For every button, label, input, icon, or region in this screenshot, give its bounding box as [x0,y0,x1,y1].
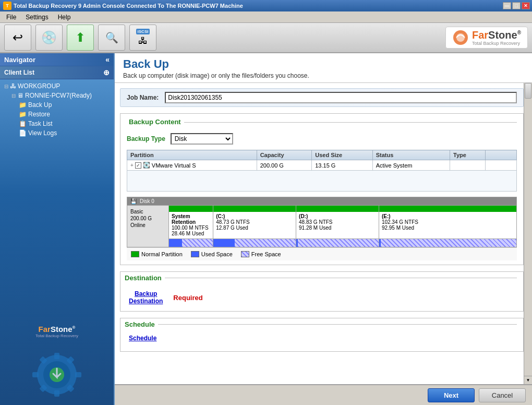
collapse-arrow[interactable]: « [105,55,110,64]
menu-help[interactable]: Help [54,13,75,22]
job-name-label: Job Name: [127,94,159,101]
svg-rect-5 [54,353,59,359]
disk-partitions: Basic 200.00 G Online System Retention 1… [127,205,516,247]
close-button[interactable]: ✕ [522,2,530,9]
navigator-header: Navigator « [0,53,114,66]
partition-size-1: 48.73 G NTFS [216,219,293,225]
destination-inner: BackupDestination Required [120,284,523,311]
add-client-icon[interactable]: ⊕ [103,68,110,77]
page-subtitle: Back up computer (disk image) or only th… [123,72,524,79]
menu-bar: File Settings Help [0,11,532,23]
partition-label-1: (C:) [216,213,293,219]
type-cell [450,160,486,171]
backup-content-title: Backup Content [125,116,181,129]
content-area: Back Up Back up computer (disk image) or… [115,53,532,405]
job-name-input[interactable] [165,92,517,103]
tree-item-viewlogs[interactable]: 📄 View Logs [17,128,112,138]
partition-table: Partition Capacity Used Size Status Type [127,150,517,192]
disk-header: 💾 Disk 0 [127,197,516,205]
svg-rect-6 [54,390,59,397]
job-name-row: Job Name: [120,88,524,107]
partition-used-3: 92.95 M Used [382,225,514,231]
backup-type-label: Backup Type [127,135,165,142]
legend-normal-box [131,251,139,257]
title-text: Total Backup Recovery 9 Admin Console Co… [14,3,243,9]
sidebar: Navigator « Client List ⊕ ⊟ 🖧 WORKGROUP … [0,53,115,405]
disk-info: Basic 200.00 G Online [127,206,169,247]
row-checkbox[interactable] [135,162,141,169]
col-extra [486,150,517,160]
expand-plus-icon[interactable]: + [130,162,134,168]
ronnie-label: RONNIE-PCW7(Ready) [25,92,92,99]
partition-name: VMware Virtual S [152,162,196,169]
scrollbar-thumb[interactable] [525,83,531,99]
tasklist-icon: 📋 [19,120,27,127]
legend-row: Normal Partition Used Space Free Space [127,247,517,260]
tree-item-backup[interactable]: 📁 Back Up [17,100,112,110]
logo-area: FarStone® Total Backup Recovery [445,27,528,49]
menu-settings[interactable]: Settings [21,13,52,22]
sidebar-logo-sub: Total Backup Recovery [35,333,78,338]
status-cell: Active System [372,160,450,171]
tree-item-restore[interactable]: 📁 Restore [17,110,112,119]
restore-toolbar-button[interactable]: ↩ [4,25,31,51]
partition-c: (C:) 48.73 G NTFS 12.87 G Used [213,206,296,247]
partition-size-2: 48.83 G NTFS [299,219,376,225]
partition-system-retention: System Retention 100.00 M NTFS 28.46 M U… [169,206,213,247]
backup-type-select[interactable]: Disk File/Folder [171,133,233,145]
partition-label-0: System Retention [172,213,210,225]
client-list-header: Client List ⊕ [0,66,114,79]
title-bar: T Total Backup Recovery 9 Admin Console … [0,0,532,11]
scroll-down-btn[interactable]: ▼ [524,376,532,384]
schedule-link[interactable]: Schedule [129,335,156,342]
content-scroll[interactable]: Job Name: Backup Content Backup Type Dis… [115,83,532,384]
partition-label-2: (D:) [299,213,376,219]
tree-item-workgroup[interactable]: ⊟ 🖧 WORKGROUP [2,81,112,91]
viewlogs-label: View Logs [28,129,57,137]
client-list-label: Client List [4,69,34,76]
menu-file[interactable]: File [2,13,20,22]
legend-normal: Normal Partition [131,251,183,257]
backup-destination-link[interactable]: BackupDestination [129,290,163,305]
tree-item-tasklist[interactable]: 📋 Task List [17,119,112,128]
navigator-label: Navigator [4,56,35,64]
partition-used-2: 91.28 M Used [299,225,376,231]
next-button[interactable]: Next [428,388,475,402]
col-type: Type [450,150,486,160]
search-toolbar-button[interactable]: 🔍 [98,25,125,51]
col-partition: Partition [127,150,257,160]
farstone-logo-icon [452,29,469,46]
viewlogs-icon: 📄 [19,129,27,137]
backup-label: Back Up [28,101,52,109]
sidebar-logo-text: FarStone® [39,325,76,333]
workgroup-label: WORKGROUP [18,82,60,90]
maximize-button[interactable]: □ [512,2,521,9]
iscsi-toolbar-button[interactable]: iSCSI 🖧 [129,25,156,51]
schedule-inner: Schedule [120,330,523,351]
col-status: Status [372,150,450,160]
minimize-button[interactable]: — [503,2,511,9]
app-icon: T [3,2,11,10]
logo-tagline: Total Backup Recovery [472,41,521,46]
backup-toolbar-button[interactable]: ⬆ [67,25,94,51]
vertical-scrollbar[interactable]: ▼ [524,83,532,384]
hdd-icon: 💽 [143,162,150,169]
disk-type: Basic [130,209,165,215]
cancel-button[interactable]: Cancel [479,388,526,402]
backup-type-row: Backup Type Disk File/Folder [127,133,517,145]
partition-used-1: 12.87 G Used [216,225,293,231]
capacity-cell: 200.00 G [257,160,312,171]
sidebar-gear-image [18,338,96,401]
schedule-section: Schedule Schedule [120,318,524,352]
disk-toolbar-button[interactable]: 💿 [35,25,63,51]
restore-label: Restore [28,111,50,118]
destination-title: Destination [125,274,162,282]
usedsize-cell: 13.15 G [312,160,373,171]
tree-item-ronnie[interactable]: ⊟ 🖥 RONNIE-PCW7(Ready) [9,91,112,100]
ronnie-icon: 🖥 [17,92,23,99]
expand-workgroup[interactable]: ⊟ [4,84,8,89]
sidebar-logo-area: FarStone® Total Backup Recovery [0,301,114,405]
expand-ronnie[interactable]: ⊟ [11,93,16,99]
legend-used-label: Used Space [201,251,233,257]
legend-used: Used Space [191,251,233,257]
